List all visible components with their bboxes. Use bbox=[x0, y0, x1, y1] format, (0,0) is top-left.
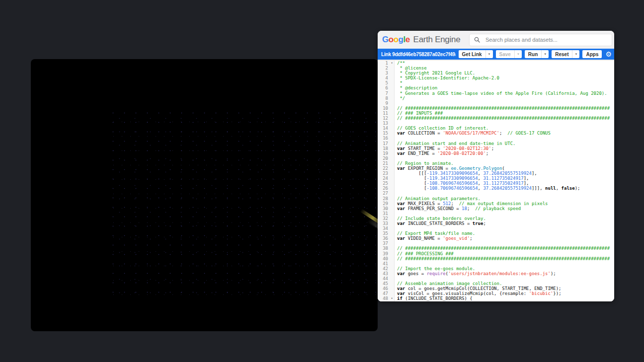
code-text bbox=[395, 276, 614, 281]
settings-gear-icon[interactable]: ⚙ bbox=[605, 51, 612, 58]
code-line-2[interactable]: 2 * @license bbox=[378, 66, 614, 71]
search-box[interactable] bbox=[469, 34, 612, 46]
code-line-28[interactable]: 28// Animation output parameters. bbox=[378, 196, 614, 201]
fold-arrow-icon[interactable]: ▾ bbox=[390, 61, 395, 66]
get-link-button[interactable]: Get Link▼ bbox=[459, 50, 493, 58]
code-text: // Region to animate. bbox=[395, 161, 614, 166]
code-line-19[interactable]: 19var END_TIME = '2020-08-02T20:00'; bbox=[378, 151, 614, 156]
save-dropdown-arrow-icon: ▼ bbox=[514, 50, 522, 58]
code-line-12[interactable]: 12// ###################################… bbox=[378, 116, 614, 121]
get-link-dropdown-arrow-icon[interactable]: ▼ bbox=[485, 50, 493, 58]
fold-gutter bbox=[390, 246, 395, 251]
run-button[interactable]: Run▼ bbox=[525, 50, 549, 58]
code-line-11[interactable]: 11// ### INPUTS ### bbox=[378, 111, 614, 116]
code-line-35[interactable]: 35// Export MP4 task/file name. bbox=[378, 231, 614, 236]
fold-gutter bbox=[390, 141, 395, 146]
code-text: // #####################################… bbox=[395, 116, 614, 121]
line-number: 41 bbox=[378, 261, 390, 266]
code-line-22[interactable]: 22var EXPORT_REGION = ee.Geometry.Polygo… bbox=[378, 166, 614, 171]
fold-gutter bbox=[390, 80, 395, 85]
code-line-48[interactable]: 48▾if (INCLUDE_STATE_BORDERS) { bbox=[378, 296, 614, 301]
fold-gutter bbox=[390, 211, 395, 216]
line-number: 16 bbox=[378, 136, 390, 141]
code-line-40[interactable]: 40// ###################################… bbox=[378, 256, 614, 261]
code-text: var col = goes.getMcmipCol(COLLECTION, S… bbox=[395, 286, 614, 291]
fold-gutter bbox=[390, 171, 395, 176]
toolbar-buttons: Get Link▼Save▼Run▼Reset▼Apps bbox=[459, 50, 602, 58]
fold-gutter bbox=[390, 286, 395, 291]
line-number: 29 bbox=[378, 201, 390, 206]
line-number: 42 bbox=[378, 266, 390, 271]
code-editor[interactable]: 1▾/**2 * @license3 * Copyright 2021 Goog… bbox=[378, 60, 614, 301]
line-number: 38 bbox=[378, 246, 390, 251]
code-text: // Animation output parameters. bbox=[395, 196, 614, 201]
code-line-18[interactable]: 18var START_TIME = '2020-08-02T12:30'; bbox=[378, 146, 614, 151]
code-text: * @description bbox=[395, 85, 614, 90]
code-line-41[interactable]: 41 bbox=[378, 261, 614, 266]
code-text: // GOES collection ID of interest. bbox=[395, 126, 614, 131]
code-line-46[interactable]: 46var col = goes.getMcmipCol(COLLECTION,… bbox=[378, 286, 614, 291]
code-line-42[interactable]: 42// Import the ee-goes module. bbox=[378, 266, 614, 271]
code-text: var visCol = goes.visualizeMcmip(col, {r… bbox=[395, 291, 614, 296]
code-line-39[interactable]: 39// ### PROCESSING ### bbox=[378, 251, 614, 256]
code-line-13[interactable]: 13 bbox=[378, 121, 614, 126]
code-line-14[interactable]: 14// GOES collection ID of interest. bbox=[378, 126, 614, 131]
code-line-10[interactable]: 10// ###################################… bbox=[378, 106, 614, 111]
code-line-16[interactable]: 16 bbox=[378, 136, 614, 141]
code-line-25[interactable]: 25 [-108.70696746596654, 31.112735024917… bbox=[378, 181, 614, 186]
search-input[interactable] bbox=[484, 36, 607, 43]
code-line-1[interactable]: 1▾/** bbox=[378, 61, 614, 66]
code-line-27[interactable]: 27 bbox=[378, 191, 614, 196]
code-line-36[interactable]: 36var VIDEO_NAME = 'goes_vid'; bbox=[378, 236, 614, 241]
code-line-4[interactable]: 4 * SPDX-License-Identifier: Apache-2.0 bbox=[378, 75, 614, 80]
code-line-38[interactable]: 38// ###################################… bbox=[378, 246, 614, 251]
code-line-9[interactable]: 9 bbox=[378, 101, 614, 106]
code-line-30[interactable]: 30var FRAMES_PER_SECOND = 18; // playbac… bbox=[378, 206, 614, 211]
code-line-6[interactable]: 6 * @description bbox=[378, 85, 614, 90]
code-line-3[interactable]: 3 * Copyright 2021 Google LLC. bbox=[378, 71, 614, 75]
line-number: 28 bbox=[378, 196, 390, 201]
code-line-32[interactable]: 32// Include state borders overlay. bbox=[378, 216, 614, 221]
code-line-44[interactable]: 44 bbox=[378, 276, 614, 281]
code-line-47[interactable]: 47var visCol = goes.visualizeMcmip(col, … bbox=[378, 291, 614, 296]
code-line-23[interactable]: 23 [[[-119.34173309096654, 37.2684205575… bbox=[378, 171, 614, 176]
earth-engine-wordmark: Earth Engine bbox=[413, 35, 461, 45]
code-text: /** bbox=[395, 61, 614, 66]
code-line-34[interactable]: 34 bbox=[378, 226, 614, 231]
code-line-21[interactable]: 21// Region to animate. bbox=[378, 161, 614, 166]
run-dropdown-arrow-icon[interactable]: ▼ bbox=[541, 50, 549, 58]
fold-gutter bbox=[390, 91, 395, 96]
fold-gutter bbox=[390, 106, 395, 111]
fold-gutter bbox=[390, 116, 395, 121]
fold-gutter bbox=[390, 101, 395, 106]
code-line-37[interactable]: 37 bbox=[378, 241, 614, 246]
code-line-26[interactable]: 26 [-108.70696746596654, 37.268420557519… bbox=[378, 186, 614, 191]
code-line-8[interactable]: 8 */ bbox=[378, 96, 614, 101]
reset-button[interactable]: Reset▼ bbox=[552, 50, 579, 58]
code-line-33[interactable]: 33var INCLUDE_STATE_BORDERS = true; bbox=[378, 221, 614, 226]
reset-dropdown-arrow-icon[interactable]: ▼ bbox=[572, 50, 579, 58]
line-number: 9 bbox=[378, 101, 390, 106]
fold-gutter bbox=[390, 176, 395, 181]
code-line-20[interactable]: 20 bbox=[378, 156, 614, 161]
code-line-7[interactable]: 7 * Generates a GOES time-lapse video of… bbox=[378, 91, 614, 96]
fold-arrow-icon[interactable]: ▾ bbox=[390, 296, 395, 301]
code-line-43[interactable]: 43var goes = require('users/jstnbraaten/… bbox=[378, 271, 614, 276]
code-line-24[interactable]: 24 [-119.34173309096654, 31.112735024917… bbox=[378, 176, 614, 181]
line-number: 2 bbox=[378, 66, 390, 71]
code-line-15[interactable]: 15var COLLECTION = 'NOAA/GOES/17/MCMIPC'… bbox=[378, 131, 614, 136]
code-line-17[interactable]: 17// Animation start and end date-time i… bbox=[378, 141, 614, 146]
logo-letter: G bbox=[382, 35, 389, 44]
fold-gutter bbox=[390, 291, 395, 296]
script-link-label[interactable]: Link 9ddfd46eb758287a02ec7f49a24953... bbox=[381, 52, 456, 57]
code-text: // Animation start and end date-time in … bbox=[395, 141, 614, 146]
code-text bbox=[395, 156, 614, 161]
code-line-29[interactable]: 29var MAX_PIXELS = 512; // max output di… bbox=[378, 201, 614, 206]
fold-gutter bbox=[390, 276, 395, 281]
code-line-45[interactable]: 45// Assemble animation image collection… bbox=[378, 281, 614, 286]
line-number: 13 bbox=[378, 121, 390, 126]
code-line-5[interactable]: 5 * bbox=[378, 80, 614, 85]
code-line-31[interactable]: 31 bbox=[378, 211, 614, 216]
apps-button[interactable]: Apps bbox=[582, 50, 602, 58]
line-number: 7 bbox=[378, 91, 390, 96]
